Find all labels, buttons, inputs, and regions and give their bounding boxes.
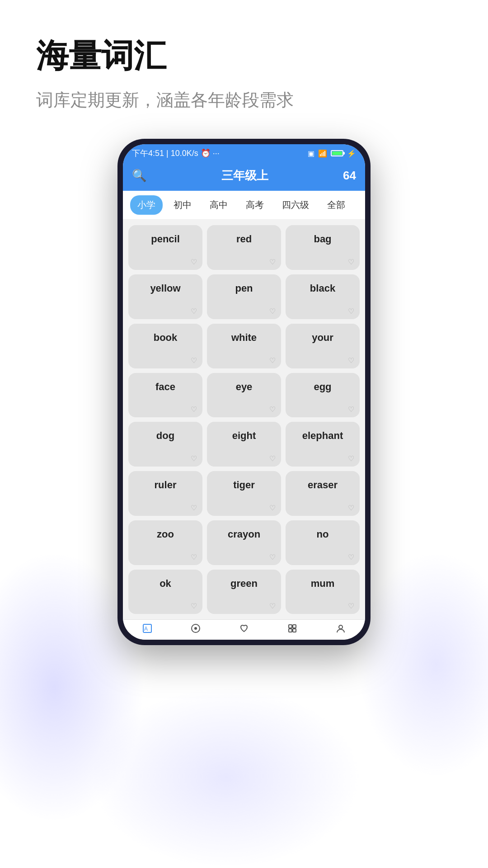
favorite-icon[interactable]: ♡ [269,454,276,463]
word-text: elephant [302,430,343,442]
page-title: 海量词汇 [36,36,452,75]
tab-high[interactable]: 高中 [202,195,235,215]
word-card[interactable]: pencil♡ [128,225,202,270]
svg-text:A: A [144,626,148,632]
favorite-icon[interactable]: ♡ [269,258,276,266]
nav-profile[interactable] [317,623,365,636]
word-card[interactable]: mum♡ [286,570,360,614]
word-text: face [155,381,175,393]
word-card[interactable]: crayon♡ [207,520,281,565]
word-card[interactable]: ok♡ [128,570,202,614]
search-icon[interactable]: 🔍 [132,169,146,183]
word-text: your [312,332,333,344]
extend-icon [287,623,297,636]
favorite-icon[interactable]: ♡ [269,307,276,316]
favorite-icon[interactable]: ♡ [348,602,354,610]
favorite-icon[interactable]: ♡ [269,356,276,365]
word-text: zoo [157,528,174,540]
favorite-icon[interactable]: ♡ [191,504,197,512]
bottom-nav: A [123,619,365,640]
nav-listen[interactable] [171,623,220,636]
word-card[interactable]: pen♡ [207,274,281,319]
word-card[interactable]: tiger♡ [207,471,281,516]
tab-gaokao[interactable]: 高考 [239,195,271,215]
favorite-icon[interactable]: ♡ [191,602,197,610]
nav-favorites[interactable] [220,623,268,636]
word-text: yellow [150,283,180,294]
word-text: egg [314,381,331,393]
favorite-icon[interactable]: ♡ [348,405,354,414]
battery-icon [331,150,343,156]
page-subtitle: 词库定期更新，涵盖各年龄段需求 [36,89,452,112]
favorite-icon[interactable]: ♡ [348,356,354,365]
favorite-icon[interactable]: ♡ [269,405,276,414]
word-text: no [317,528,329,540]
word-card[interactable]: green♡ [207,570,281,614]
word-card[interactable]: eye♡ [207,373,281,418]
heart-nav-icon [239,623,249,636]
svg-rect-4 [289,625,292,628]
tab-all[interactable]: 全部 [320,195,352,215]
favorite-icon[interactable]: ♡ [191,553,197,561]
favorite-icon[interactable]: ♡ [191,454,197,463]
word-card[interactable]: egg♡ [286,373,360,418]
word-text: green [230,578,258,590]
vocabulary-icon: A [142,623,152,636]
header-title: 三年级上 [221,168,268,184]
favorite-icon[interactable]: ♡ [348,454,354,463]
favorite-icon[interactable]: ♡ [269,504,276,512]
word-grid: pencil♡red♡bag♡yellow♡pen♡black♡book♡whi… [123,220,365,619]
favorite-icon[interactable]: ♡ [269,602,276,610]
tab-college[interactable]: 四六级 [275,195,316,215]
word-card[interactable]: dog♡ [128,422,202,467]
nav-vocabulary[interactable]: A [123,623,171,636]
favorite-icon[interactable]: ♡ [348,504,354,512]
word-text: eraser [308,479,338,491]
word-text: white [231,332,257,344]
sim-icon: ▣ [308,149,314,158]
word-card[interactable]: eight♡ [207,422,281,467]
word-text: bag [314,233,331,245]
word-card[interactable]: white♡ [207,324,281,368]
word-text: book [154,332,178,344]
word-text: dog [156,430,174,442]
word-card[interactable]: yellow♡ [128,274,202,319]
word-card[interactable]: black♡ [286,274,360,319]
word-card[interactable]: eraser♡ [286,471,360,516]
svg-rect-5 [293,625,296,628]
word-card[interactable]: book♡ [128,324,202,368]
word-card[interactable]: no♡ [286,520,360,565]
word-text: black [310,283,335,294]
header-count: 64 [343,169,356,183]
nav-extend[interactable] [268,623,317,636]
tab-middle[interactable]: 初中 [166,195,199,215]
favorite-icon[interactable]: ♡ [348,258,354,266]
word-text: tiger [233,479,255,491]
phone-wrapper: 下午4:51 | 10.0K/s ⏰ ··· ▣ 📶 ⚡ 🔍 三年级上 64 [0,139,488,645]
word-text: mum [311,578,335,590]
app-header: 🔍 三年级上 64 [123,162,365,191]
favorite-icon[interactable]: ♡ [348,553,354,561]
listen-icon [191,623,201,636]
word-card[interactable]: your♡ [286,324,360,368]
word-text: ok [160,578,171,590]
word-card[interactable]: red♡ [207,225,281,270]
phone-screen: 下午4:51 | 10.0K/s ⏰ ··· ▣ 📶 ⚡ 🔍 三年级上 64 [123,144,365,640]
favorite-icon[interactable]: ♡ [269,553,276,561]
favorite-icon[interactable]: ♡ [191,307,197,316]
word-card[interactable]: ruler♡ [128,471,202,516]
word-card[interactable]: bag♡ [286,225,360,270]
charge-icon: ⚡ [347,149,356,158]
svg-point-3 [194,627,197,630]
favorite-icon[interactable]: ♡ [191,405,197,414]
word-card[interactable]: elephant♡ [286,422,360,467]
word-card[interactable]: zoo♡ [128,520,202,565]
favorite-icon[interactable]: ♡ [191,356,197,365]
svg-point-8 [339,625,343,629]
favorite-icon[interactable]: ♡ [348,307,354,316]
word-card[interactable]: face♡ [128,373,202,418]
favorite-icon[interactable]: ♡ [191,258,197,266]
word-text: ruler [155,479,177,491]
profile-icon [336,623,346,636]
tab-elementary[interactable]: 小学 [130,195,163,215]
